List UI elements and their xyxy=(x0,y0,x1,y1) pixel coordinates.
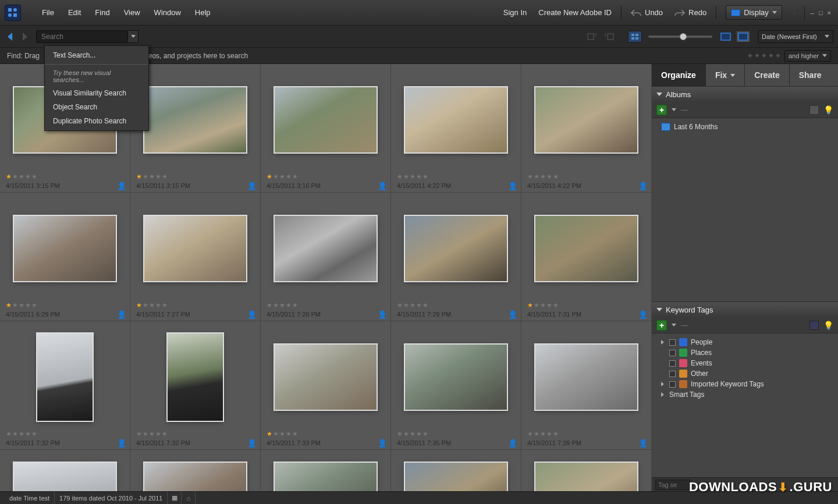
thumbnail-cell[interactable]: ★★★★★4/15/2011 3:16 PM👤 xyxy=(261,64,391,193)
thumbnail-image[interactable] xyxy=(405,345,507,410)
thumbnail-image[interactable] xyxy=(535,345,637,410)
rating-stars[interactable]: ★★★★★ xyxy=(527,301,645,309)
thumbnail-image[interactable] xyxy=(14,216,116,281)
undo-button[interactable]: Undo xyxy=(625,5,669,20)
thumbnail-image[interactable] xyxy=(535,463,637,492)
rating-stars[interactable]: ★★★★★ xyxy=(397,301,515,309)
thumbnail-image[interactable] xyxy=(14,463,116,492)
tag-badge-icon[interactable]: 👤 xyxy=(117,182,124,190)
thumbnail-cell[interactable]: ★★★★★4/15/2011 7:35 PM👤 xyxy=(391,321,521,450)
tag-people[interactable]: People xyxy=(656,337,833,347)
create-adobe-id-link[interactable]: Create New Adobe ID xyxy=(532,5,617,20)
tab-create[interactable]: Create xyxy=(744,64,789,86)
rating-stars[interactable]: ★★★★★ xyxy=(267,301,385,309)
thumbnail-cell[interactable]: ★★★★★4/15/2011 7:31 PM👤 xyxy=(521,193,652,321)
add-tag-button[interactable]: + xyxy=(656,320,667,331)
tag-badge-icon[interactable]: 👤 xyxy=(117,310,124,318)
search-dropdown-toggle[interactable] xyxy=(128,30,139,43)
tag-badge-icon[interactable]: 👤 xyxy=(247,182,254,190)
thumbnail-cell[interactable]: ★★★★★4/15/2011 7:29 PM👤 xyxy=(391,193,521,321)
display-dropdown[interactable]: Display xyxy=(720,2,788,23)
thumbnail-cell[interactable]: ★★★★★4/15/2011 4:22 PM👤 xyxy=(391,64,521,193)
tag-badge-icon[interactable]: 👤 xyxy=(508,439,515,447)
status-icon-2[interactable]: ⌂ xyxy=(182,492,196,504)
tag-badge-icon[interactable]: 👤 xyxy=(117,439,124,447)
single-view-button[interactable] xyxy=(719,30,733,44)
tag-badge-icon[interactable]: 👤 xyxy=(378,310,385,318)
menu-help[interactable]: Help xyxy=(188,5,218,20)
search-input[interactable] xyxy=(36,30,128,43)
zoom-slider[interactable] xyxy=(648,36,712,38)
thumbnail-image[interactable] xyxy=(405,463,507,492)
thumbnail-image[interactable] xyxy=(144,87,246,152)
tab-organize[interactable]: Organize xyxy=(652,64,705,86)
thumbnail-cell[interactable]: ★★★★★4/15/2011 7:27 PM👤 xyxy=(130,193,261,321)
search-field[interactable] xyxy=(41,33,129,41)
thumbnail-cell[interactable]: ★★★★★4/15/2011 7:32 PM👤 xyxy=(130,321,261,450)
duplicate-search-item[interactable]: Duplicate Photo Search xyxy=(45,114,148,128)
tag-events[interactable]: Events xyxy=(656,358,833,368)
rating-filter[interactable]: ★★★★★ xyxy=(747,52,781,59)
thumbnail-cell[interactable]: ★★★★★4/15/2011 7:32 PM👤 xyxy=(0,321,130,450)
rating-stars[interactable]: ★★★★★ xyxy=(6,173,124,180)
zoom-thumb[interactable] xyxy=(680,33,687,40)
rating-stars[interactable]: ★★★★★ xyxy=(397,173,515,180)
thumbnail-cell[interactable] xyxy=(521,450,652,491)
menu-find[interactable]: Find xyxy=(88,5,116,20)
tag-places[interactable]: Places xyxy=(656,347,833,358)
tag-badge-icon[interactable]: 👤 xyxy=(638,310,645,318)
thumbnail-cell[interactable] xyxy=(130,450,261,491)
thumbnail-cell[interactable] xyxy=(0,450,130,491)
tab-fix[interactable]: Fix xyxy=(705,64,744,86)
sign-in-link[interactable]: Sign In xyxy=(498,5,532,20)
text-search-item[interactable]: Text Search... xyxy=(45,48,148,62)
thumbnail-image[interactable] xyxy=(535,216,637,281)
rating-stars[interactable]: ★★★★★ xyxy=(6,430,124,438)
rating-stars[interactable]: ★★★★★ xyxy=(267,173,385,180)
thumbnail-cell[interactable]: ★★★★★4/15/2011 6:29 PM👤 xyxy=(0,193,130,321)
thumbnail-cell[interactable]: ★★★★★4/15/2011 7:39 PM👤 xyxy=(521,321,652,450)
rating-stars[interactable]: ★★★★★ xyxy=(136,173,254,180)
maximize-button[interactable]: □ xyxy=(816,9,825,16)
thumbnail-image[interactable] xyxy=(37,333,93,421)
add-album-button[interactable]: + xyxy=(656,105,667,115)
redo-button[interactable]: Redo xyxy=(669,5,712,20)
tag-other[interactable]: Other xyxy=(656,368,833,379)
tab-share[interactable]: Share xyxy=(789,64,831,86)
tag-imported[interactable]: Imported Keyword Tags xyxy=(656,379,833,389)
status-icon-1[interactable]: ▦ xyxy=(168,492,182,504)
album-hint-icon[interactable]: 💡 xyxy=(823,105,833,115)
thumbnail-image[interactable] xyxy=(144,463,246,492)
thumbnail-image[interactable] xyxy=(144,216,246,281)
albums-header[interactable]: Albums xyxy=(652,87,838,102)
album-item[interactable]: Last 6 Months xyxy=(656,122,833,132)
rating-stars[interactable]: ★★★★★ xyxy=(267,430,385,438)
thumbnail-cell[interactable]: ★★★★★4/15/2011 7:28 PM👤 xyxy=(261,193,391,321)
object-search-item[interactable]: Object Search xyxy=(45,100,148,114)
thumbnail-image[interactable] xyxy=(275,345,377,410)
menu-edit[interactable]: Edit xyxy=(61,5,88,20)
menu-view[interactable]: View xyxy=(117,5,147,20)
tag-badge-icon[interactable]: 👤 xyxy=(247,310,254,318)
add-tag-menu[interactable] xyxy=(672,324,676,326)
menu-file[interactable]: File xyxy=(35,5,61,20)
thumbnail-cell[interactable]: ★★★★★4/15/2011 4:22 PM👤 xyxy=(521,64,652,193)
rotate-left-icon[interactable] xyxy=(585,30,599,44)
people-recognition-icon[interactable] xyxy=(809,321,819,330)
fullscreen-button[interactable] xyxy=(736,30,750,44)
minimize-button[interactable]: – xyxy=(808,9,816,16)
tag-badge-icon[interactable]: 👤 xyxy=(247,439,254,447)
tag-search-input[interactable] xyxy=(655,480,690,490)
rating-stars[interactable]: ★★★★★ xyxy=(136,430,254,438)
rating-stars[interactable]: ★★★★★ xyxy=(6,301,124,309)
thumbnail-image[interactable] xyxy=(535,87,637,152)
rating-stars[interactable]: ★★★★★ xyxy=(527,173,645,180)
visual-similarity-item[interactable]: Visual Similarity Search xyxy=(45,86,148,100)
rating-stars[interactable]: ★★★★★ xyxy=(397,430,515,438)
forward-button[interactable] xyxy=(19,30,31,43)
thumbnail-cell[interactable] xyxy=(391,450,521,491)
rating-stars[interactable]: ★★★★★ xyxy=(527,430,645,438)
app-icon[interactable] xyxy=(5,5,21,21)
grid-view-button[interactable] xyxy=(628,31,642,42)
thumbnail-image[interactable] xyxy=(275,87,377,152)
